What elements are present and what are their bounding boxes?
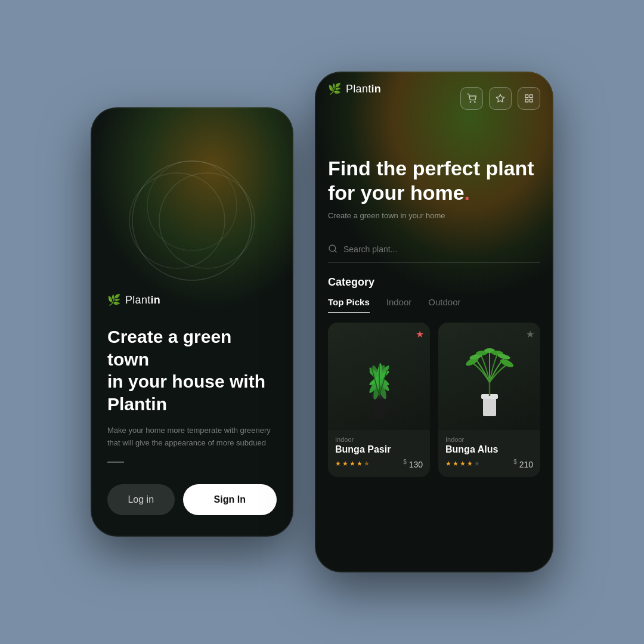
grid-icon [524, 94, 534, 103]
hero-subtitle: Create a green town in your home [328, 211, 540, 220]
star-2: ★ [342, 460, 348, 467]
star-3: ★ [460, 460, 466, 467]
hero-dot: . [465, 181, 470, 204]
star-icon [496, 94, 505, 103]
svg-rect-9 [525, 99, 528, 102]
product-stars-2: ★ ★ ★ ★ ★ [445, 460, 480, 467]
product-category-2: Indoor [445, 436, 533, 443]
login-content: 🌿 Plantin Create a green townin your hou… [91, 279, 293, 537]
logo-icon: 🌿 [107, 293, 120, 306]
product-category-1: Indoor [335, 436, 423, 443]
product-price-1: $ 130 [403, 459, 423, 469]
product-price-2: $ 210 [513, 459, 533, 469]
product-bottom-1: ★ ★ ★ ★ ★ $ 130 [335, 459, 423, 469]
home-header: 🌿 Plantin [315, 72, 553, 120]
search-bar[interactable] [328, 244, 540, 263]
star-2: ★ [453, 460, 459, 467]
plant-illustration-2 [463, 332, 516, 421]
star-4: ★ [467, 460, 473, 467]
star-1: ★ [445, 460, 451, 467]
tab-top-picks[interactable]: Top Picks [328, 297, 370, 313]
star-3: ★ [349, 460, 355, 467]
header-icon-group [460, 87, 540, 110]
decorative-circles [114, 143, 270, 298]
home-logo-text: Plantin [346, 83, 381, 95]
svg-point-2 [159, 173, 255, 268]
login-button[interactable]: Log in [107, 484, 175, 515]
product-info-bunga-alus: Indoor Bunga Alus ★ ★ ★ ★ ★ $ 210 [438, 430, 540, 478]
svg-point-1 [129, 173, 225, 268]
cart-icon [467, 94, 476, 103]
svg-rect-8 [530, 95, 532, 98]
product-image-bunga-alus: ★ [438, 323, 540, 430]
cart-button[interactable] [460, 87, 483, 110]
hero-title: Find the perfect plantfor your home. [328, 156, 540, 205]
home-logo: 🌿 Plantin [328, 82, 381, 95]
product-card-bunga-pasir[interactable]: ★ [328, 323, 430, 478]
product-name-1: Bunga Pasir [335, 444, 423, 455]
tab-indoor[interactable]: Indoor [386, 297, 412, 313]
svg-point-5 [475, 101, 475, 102]
svg-point-3 [147, 161, 237, 250]
login-subtext: Make your home more temperate with green… [107, 425, 277, 450]
favorite-icon-bunga-alus[interactable]: ★ [526, 329, 534, 340]
svg-line-12 [335, 250, 336, 252]
auth-buttons: Log in Sign In [107, 484, 277, 515]
svg-marker-6 [496, 94, 504, 102]
category-tabs: Top Picks Indoor Outdoor [315, 289, 553, 313]
product-card-bunga-alus[interactable]: ★ [438, 323, 540, 478]
category-section-title: Category [315, 263, 553, 289]
tab-outdoor[interactable]: Outdoor [428, 297, 460, 313]
hero-section: Find the perfect plantfor your home. Cre… [315, 120, 553, 232]
product-grid: ★ [315, 313, 553, 478]
home-logo-icon: 🌿 [328, 82, 341, 95]
star-5: ★ [364, 460, 370, 467]
login-headline: Create a green townin your house withPla… [107, 326, 277, 415]
favorite-icon-bunga-pasir[interactable]: ★ [416, 329, 424, 340]
home-screen: 🌿 Plantin [315, 72, 553, 572]
favorites-button[interactable] [489, 87, 512, 110]
star-4: ★ [357, 460, 363, 467]
signin-button[interactable]: Sign In [183, 484, 277, 515]
headline-bold: in [151, 394, 167, 414]
product-bottom-2: ★ ★ ★ ★ ★ $ 210 [445, 459, 533, 469]
plant-illustration-1 [352, 332, 406, 421]
search-input[interactable] [343, 244, 540, 254]
divider [107, 462, 124, 463]
svg-rect-25 [483, 397, 496, 416]
svg-rect-10 [530, 99, 532, 102]
login-screen: 🌿 Plantin Create a green townin your hou… [91, 107, 293, 537]
grid-button[interactable] [518, 87, 540, 110]
product-stars-1: ★ ★ ★ ★ ★ [335, 460, 370, 467]
star-5: ★ [474, 460, 480, 467]
product-image-bunga-pasir: ★ [328, 323, 430, 430]
product-info-bunga-pasir: Indoor Bunga Pasir ★ ★ ★ ★ ★ $ 130 [328, 430, 430, 478]
search-icon [328, 244, 338, 255]
logo-text: Plantin [125, 294, 160, 306]
svg-rect-7 [525, 95, 528, 98]
star-1: ★ [335, 460, 341, 467]
logo: 🌿 Plantin [107, 293, 277, 306]
svg-rect-13 [374, 397, 385, 418]
product-name-2: Bunga Alus [445, 444, 533, 455]
svg-point-4 [470, 101, 470, 102]
